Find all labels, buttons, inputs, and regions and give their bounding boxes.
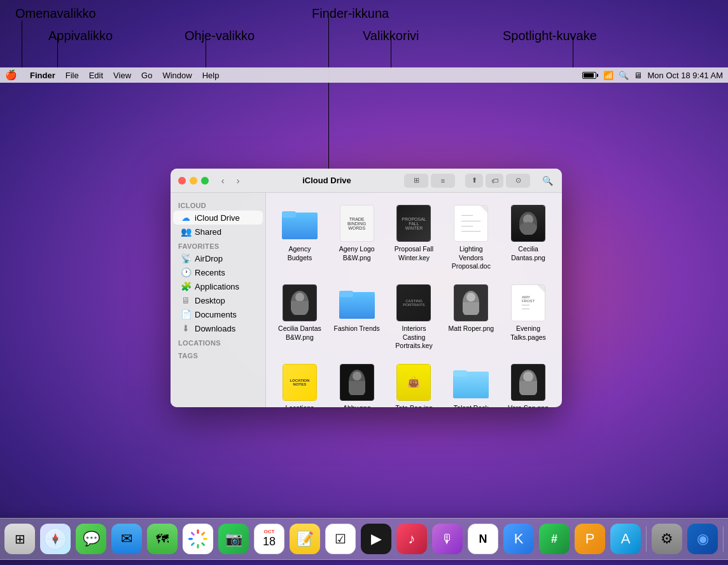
sidebar-item-airdrop[interactable]: 📡 AirDrop [173,251,263,265]
back-button[interactable]: ‹ [216,174,229,187]
file-item-abby[interactable]: Abby.png [331,359,383,407]
file-item-evening-talks[interactable]: AMYFROST———— Evening Talks.pages [502,280,554,354]
annotation-appivalikko: Appivalikko [48,29,113,43]
file-item-agency-budgets[interactable]: Agency Budgets [274,200,326,275]
menubar-help[interactable]: Help [202,71,220,80]
control-center-icon[interactable]: 🖥 [634,71,642,80]
file-item-casting-portraits[interactable]: CASTINGPORTRAITS Interiors Casting Portr… [388,280,440,354]
file-icon-locations-notes: LOCATIONNOTES [281,363,319,401]
sidebar-item-shared[interactable]: 👥 Shared [173,225,263,239]
search-button[interactable]: 🔍 [540,174,554,188]
maximize-button[interactable] [201,177,209,185]
dock-launchpad[interactable]: ⊞ [3,522,36,555]
finder-content: Agency Budgets TRADEBINDINGWORDS Ageny L… [266,193,562,407]
file-item-agency-logo[interactable]: TRADEBINDINGWORDS Ageny Logo B&W.png [331,200,383,275]
tag-button[interactable]: 🏷 [486,174,503,188]
file-item-cecilia-dantas[interactable]: Cecilia Dantas.png [502,200,554,275]
view-list-button[interactable]: ≡ [431,174,455,188]
traffic-lights [178,177,209,185]
sidebar-label-applications: Applications [195,282,239,291]
dock-messages[interactable]: 💬 [74,522,108,555]
more-button[interactable]: ⊙ [506,174,530,188]
nav-buttons: ‹ › [216,174,244,187]
sidebar-label-airdrop: AirDrop [195,254,223,263]
dock-reminders[interactable]: ☑ [324,522,357,555]
dock-system-preferences[interactable]: ⚙ [650,522,683,555]
window-title: iCloud Drive [249,176,404,185]
svg-rect-8 [453,370,467,377]
dock-calendar[interactable]: OCT 18 [253,522,286,555]
dock-appstore[interactable]: A [609,522,642,555]
dock-maps[interactable]: 🗺 [146,522,179,555]
spotlight-icon[interactable]: 🔍 [619,71,629,80]
dock-appletv[interactable]: ▶ [360,522,393,555]
file-item-tote-bag[interactable]: 👜 Tote Bag.jpg [388,359,440,407]
file-item-proposal[interactable]: PROPOSALFALLWINTER Proposal Fall Winter.… [388,200,440,275]
minimize-button[interactable] [190,177,197,185]
sidebar-item-applications[interactable]: 🧩 Applications [173,279,263,293]
file-label-agency-budgets: Agency Budgets [276,245,323,262]
sidebar-label-icloud-drive: iCloud Drive [195,213,240,223]
sidebar-item-recents[interactable]: 🕐 Recents [173,265,263,279]
dock: ⊞ [0,518,728,560]
menubar-window[interactable]: Window [162,71,192,80]
file-label-vera-san: Vera San.png [508,404,549,407]
menubar-time: Mon Oct 18 9:41 AM [647,71,723,80]
menubar-finder[interactable]: Finder [30,71,55,80]
file-label-matt-roper: Matt Roper.png [448,324,494,333]
file-item-matt-roper[interactable]: Matt Roper.png [445,280,497,354]
file-label-talent-deck: Talent Deck [454,404,489,407]
file-icon-evening-talks: AMYFROST———— [509,284,547,322]
file-label-cecilia-bw: Cecilia Dantas B&W.png [276,324,323,342]
sidebar-label-desktop: Desktop [195,296,225,305]
dock-music[interactable]: ♪ [395,522,428,555]
file-label-proposal: Proposal Fall Winter.key [391,245,438,262]
file-icon-agency-logo: TRADEBINDINGWORDS [338,204,376,242]
file-label-fashion-trends: Fashion Trends [334,324,380,333]
dock-podcasts[interactable]: 🎙 [431,522,464,555]
dock-finder[interactable] [0,522,1,555]
dock-mail[interactable]: ✉ [110,522,143,555]
finder-window: ‹ › iCloud Drive ⊞ ≡ ⬆ 🏷 ⊙ 🔍 iCloud ☁ [171,169,562,407]
file-item-locations-notes[interactable]: LOCATIONNOTES Locations Notes.key [274,359,326,407]
file-item-fashion-trends[interactable]: Fashion Trends [331,280,383,354]
sidebar-item-documents[interactable]: 📄 Documents [173,307,263,321]
battery-icon [582,72,598,79]
finder-titlebar: ‹ › iCloud Drive ⊞ ≡ ⬆ 🏷 ⊙ 🔍 [171,169,562,193]
dock-news[interactable]: N [466,522,500,555]
menubar-view[interactable]: View [113,71,131,80]
file-icon-cecilia-bw [281,284,319,322]
file-item-vera-san[interactable]: Vera San.png [502,359,554,407]
file-item-cecilia-bw[interactable]: Cecilia Dantas B&W.png [274,280,326,354]
wifi-icon[interactable]: 📶 [603,71,613,80]
dock-numbers[interactable]: # [538,522,571,555]
share-button[interactable]: ⬆ [465,174,483,188]
dock-pages[interactable]: P [573,522,606,555]
sidebar-label-recents: Recents [195,268,225,277]
file-icon-lighting-vendors: ———————————————— [452,204,490,242]
file-item-talent-deck[interactable]: Talent Deck [445,359,497,407]
view-grid-button[interactable]: ⊞ [404,174,428,188]
sidebar-item-desktop[interactable]: 🖥 Desktop [173,293,263,307]
forward-button[interactable]: › [232,174,244,187]
documents-icon: 📄 [181,309,191,319]
sidebar-item-downloads[interactable]: ⬇ Downloads [173,321,263,335]
file-item-lighting-vendors[interactable]: ———————————————— Lighting Vendors Propos… [445,200,497,275]
sidebar-item-icloud-drive[interactable]: ☁ iCloud Drive [173,211,263,225]
file-icon-proposal: PROPOSALFALLWINTER [395,204,433,242]
apple-menu[interactable]: 🍎 [5,69,17,81]
close-button[interactable] [178,177,186,185]
line-app [57,37,58,69]
dock-keynote[interactable]: K [502,522,535,555]
menubar-edit[interactable]: Edit [89,71,103,80]
dock-facetime[interactable]: 📷 [217,522,250,555]
menubar-go[interactable]: Go [141,71,152,80]
svg-rect-2 [282,211,296,218]
svg-rect-26 [190,542,195,547]
menubar-file[interactable]: File [66,71,79,80]
dock-safari[interactable] [39,522,72,555]
dock-screensaver[interactable]: ◉ [686,522,719,555]
finder-sidebar: iCloud ☁ iCloud Drive 👥 Shared Favorites… [171,193,266,407]
dock-notes[interactable]: 📝 [288,522,321,555]
dock-photos[interactable] [181,522,214,555]
